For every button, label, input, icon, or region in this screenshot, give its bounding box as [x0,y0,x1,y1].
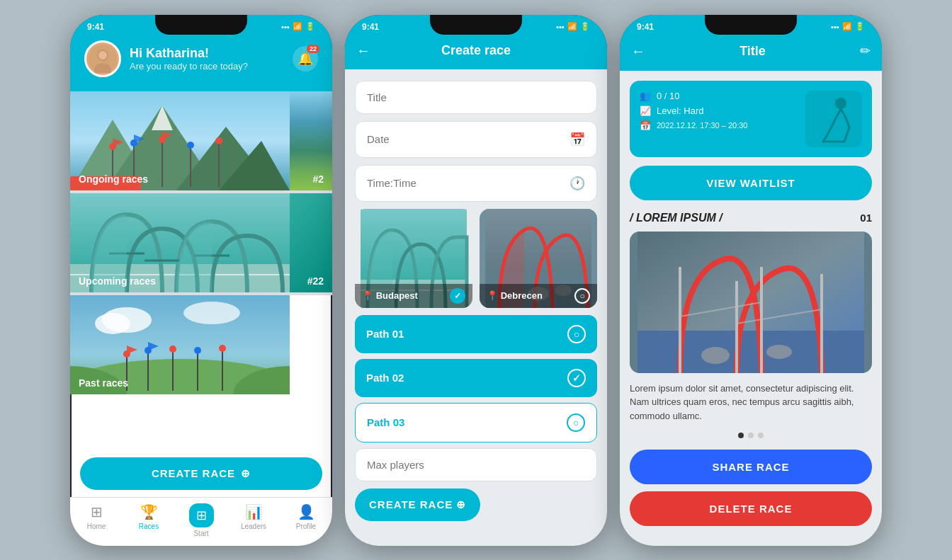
time-2: 9:41 [362,22,379,32]
wifi-icon-3: 📶 [842,22,852,31]
date-field-wrapper[interactable]: 📅 [355,121,597,158]
date-label: 2022.12.12. 17:30 – 20:30 [657,121,747,130]
back-button-3[interactable]: ← [631,43,645,59]
home-header-text: Hi Katharina! Are you ready to race toda… [130,46,284,72]
bell-button[interactable]: 🔔 22 [293,46,318,72]
path-03-label: Path 03 [367,416,404,428]
status-icons-2: ▪▪▪ 📶 🔋 [556,22,590,31]
location-label-budapest: 📍 Budapest ✓ [355,284,472,308]
avatar [84,40,121,77]
location-row: 📍 Budapest ✓ [355,209,597,308]
battery-icon-3: 🔋 [855,22,865,31]
level-label: Level: Hard [657,105,703,116]
path-01-check: ○ [567,325,586,343]
create-race-button-1[interactable]: CREATE RACE ⊕ [80,457,322,490]
leaders-icon: 📊 [245,503,263,520]
location-budapest[interactable]: 📍 Budapest ✓ [355,209,472,308]
past-label: Past races #12 [70,377,332,389]
title-field-wrapper[interactable] [355,81,597,114]
bottom-nav: ⊞ Home 🏆 Races ⊞ Start 📊 Leaders 👤 Profi… [70,497,332,546]
race-info-card: 👥 0 / 10 📈 Level: Hard 📅 2022.12.12. 17:… [630,81,872,157]
svg-point-44 [169,345,176,353]
nav-profile-label: Profile [296,522,316,530]
svg-point-3 [98,51,107,59]
players-count: 0 / 10 [657,91,680,101]
location-debrecen[interactable]: 📍 Debrecen ○ [480,209,597,308]
max-players-input[interactable] [367,459,585,471]
nav-profile[interactable]: 👤 Profile [280,503,332,537]
plus-icon: ⊕ [241,467,251,480]
home-header: Hi Katharina! Are you ready to race toda… [70,35,332,91]
nav-start-label: Start [193,530,208,537]
race-info-thumbnail [805,91,862,147]
battery-icon-2: 🔋 [580,22,590,31]
create-race-button-2[interactable]: CREATE RACE ⊕ [355,488,480,521]
players-icon: 👥 [640,91,651,101]
svg-rect-56 [805,91,862,147]
dot-1 [738,433,744,438]
time-3: 9:41 [637,22,654,32]
battery-icon: 🔋 [305,22,315,31]
title-input[interactable] [367,91,585,103]
nav-races[interactable]: 🏆 Races [123,503,175,537]
date-row: 📅 2022.12.12. 17:30 – 20:30 [640,120,798,131]
delete-race-button[interactable]: DELETE RACE [630,491,872,526]
phone-home: 9:41 ▪▪▪ 📶 🔋 Hi Katharina! Are you ready… [70,15,332,546]
edit-button[interactable]: ✏ [860,43,871,59]
dots-row [630,433,872,438]
dot-2 [748,433,754,438]
ongoing-race-card[interactable]: Ongoing races #2 [70,91,332,190]
create-race-header: ← Create race [345,35,607,69]
svg-point-61 [701,347,730,364]
home-icon: ⊞ [91,503,103,520]
nav-home[interactable]: ⊞ Home [70,503,123,537]
notch [155,15,247,35]
back-button-2[interactable]: ← [356,42,370,59]
dot-3 [758,433,764,438]
date-input[interactable] [367,133,570,145]
nav-start[interactable]: ⊞ Start [175,503,227,537]
phone-create-race: 9:41 ▪▪▪ 📶 🔋 ← Create race 📅 🕐 [345,15,607,546]
path-02-item[interactable]: Path 02 ✓ [355,359,597,397]
status-icons-1: ▪▪▪ 📶 🔋 [281,22,315,31]
path-01-item[interactable]: Path 01 ○ [355,315,597,353]
signal-icon: ▪▪▪ [281,23,290,31]
upcoming-label: Upcoming races #22 [70,275,332,287]
notification-badge: 22 [307,45,319,53]
create-race-btn-label: CREATE RACE ⊕ [369,498,466,511]
form-content: 📅 🕐 [345,69,607,546]
players-row: 👥 0 / 10 [640,91,798,101]
max-players-field-wrapper[interactable] [355,448,597,481]
nav-leaders-label: Leaders [241,522,266,530]
wifi-icon: 📶 [293,22,302,31]
svg-point-46 [194,347,201,354]
notch-2 [430,15,522,35]
delete-btn-label: DELETE RACE [710,503,793,515]
detail-image [630,232,872,373]
profile-icon: 👤 [298,503,315,520]
calendar-icon: 📅 [570,132,585,147]
svg-point-48 [219,345,226,352]
subtitle: Are you ready to race today? [130,61,284,72]
past-race-card[interactable]: Past races #12 [70,295,332,394]
budapest-check: ✓ [450,288,465,304]
svg-point-19 [215,137,222,144]
svg-point-32 [95,313,130,334]
share-btn-label: SHARE RACE [712,461,789,473]
greeting: Hi Katharina! [130,46,284,61]
time-input[interactable] [367,177,570,189]
path-02-check: ✓ [567,369,586,387]
nav-leaders[interactable]: 📊 Leaders [227,503,280,537]
detail-content: 👥 0 / 10 📈 Level: Hard 📅 2022.12.12. 17:… [620,71,882,546]
create-race-title: Create race [441,43,511,58]
path-03-item[interactable]: Path 03 ○ [355,403,597,442]
debrecen-check: ○ [574,288,590,304]
calendar-icon-3: 📅 [640,120,651,131]
upcoming-race-card[interactable]: Upcoming races #22 [70,193,332,292]
share-race-button[interactable]: SHARE RACE [630,450,872,484]
level-row: 📈 Level: Hard [640,105,798,116]
ongoing-label: Ongoing races #2 [70,173,332,185]
time-field-wrapper[interactable]: 🕐 [355,165,597,202]
start-icon-box: ⊞ [189,503,214,527]
view-waitlist-button[interactable]: VIEW WAITLIST [630,166,872,200]
